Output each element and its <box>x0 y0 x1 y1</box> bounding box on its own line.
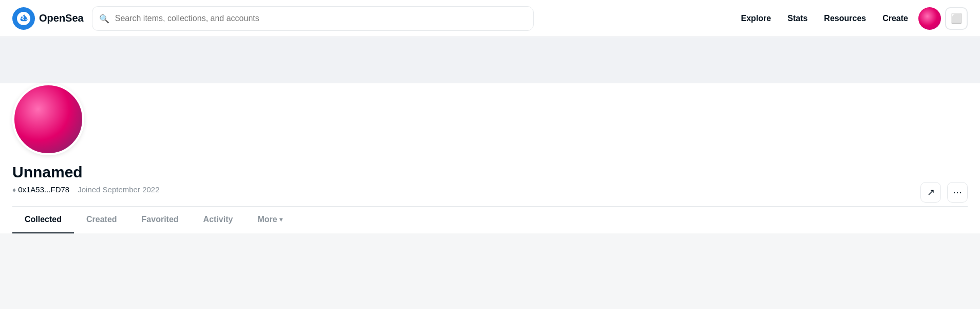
profile-info: Unnamed ♦ 0x1A53...FD78 Joined September… <box>12 155 968 194</box>
profile-tabs: Collected Created Favorited Activity Mor… <box>12 206 968 233</box>
nav-create[interactable]: Create <box>876 10 914 27</box>
nav-stats[interactable]: Stats <box>781 10 814 27</box>
search-icon: 🔍 <box>99 13 109 23</box>
share-button[interactable]: ↗ <box>920 182 941 203</box>
search-bar: 🔍 <box>92 6 534 31</box>
tab-more[interactable]: More ▾ <box>245 207 294 233</box>
nav-explore[interactable]: Explore <box>735 10 778 27</box>
eth-icon: ♦ <box>12 186 16 194</box>
opensea-logo-icon <box>12 7 35 30</box>
wallet-button[interactable]: ⬜ <box>945 7 968 30</box>
avatar-container <box>12 83 84 155</box>
address-text: 0x1A53...FD78 <box>18 185 69 194</box>
tab-created[interactable]: Created <box>74 207 129 233</box>
avatar[interactable] <box>918 7 941 30</box>
navbar: OpenSea 🔍 Explore Stats Resources Create… <box>0 0 980 37</box>
profile-section: Unnamed ♦ 0x1A53...FD78 Joined September… <box>0 83 980 233</box>
tab-collected[interactable]: Collected <box>12 207 74 233</box>
profile-joined: Joined September 2022 <box>78 185 159 194</box>
profile-avatar <box>12 83 84 155</box>
profile-address: ♦ 0x1A53...FD78 <box>12 185 69 194</box>
nav-links: Explore Stats Resources Create ⬜ <box>735 7 968 30</box>
tab-activity[interactable]: Activity <box>191 207 246 233</box>
ellipsis-icon: ⋯ <box>953 187 962 198</box>
logo-text: OpenSea <box>39 12 84 24</box>
tab-more-label: More <box>257 215 277 224</box>
search-input[interactable] <box>92 6 534 31</box>
more-options-button[interactable]: ⋯ <box>947 182 968 203</box>
chevron-down-icon: ▾ <box>279 216 282 223</box>
profile-meta: ♦ 0x1A53...FD78 Joined September 2022 <box>12 185 968 194</box>
wallet-icon: ⬜ <box>951 13 962 24</box>
profile-actions: ↗ ⋯ <box>920 182 968 203</box>
nav-resources[interactable]: Resources <box>818 10 872 27</box>
logo[interactable]: OpenSea <box>12 7 84 30</box>
share-icon: ↗ <box>927 187 935 198</box>
tab-favorited[interactable]: Favorited <box>129 207 191 233</box>
profile-name: Unnamed <box>12 163 968 181</box>
